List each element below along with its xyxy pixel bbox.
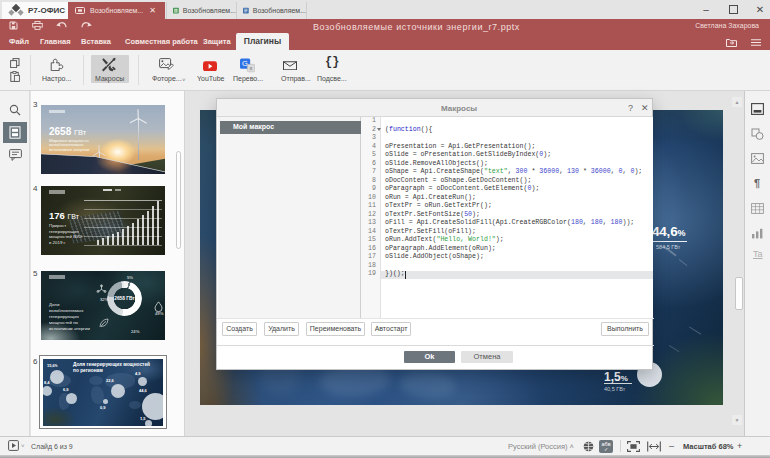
- svg-text:x: x: [250, 65, 253, 71]
